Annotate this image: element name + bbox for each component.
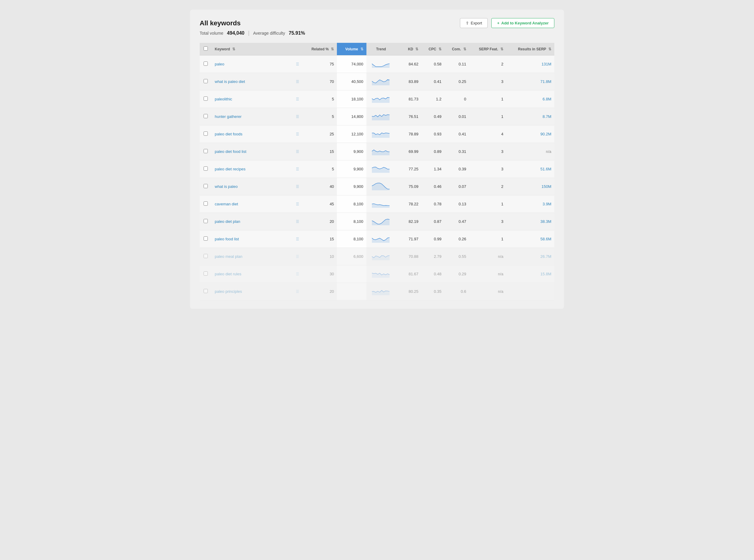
results-cell[interactable]: 15.8M (507, 265, 554, 283)
filter-icon[interactable]: ☰ (296, 62, 299, 66)
row-checkbox-cell[interactable] (200, 213, 212, 231)
row-checkbox-cell[interactable] (200, 195, 212, 213)
filter-icon[interactable]: ☰ (296, 220, 299, 224)
th-keyword[interactable]: Keyword ⇅ (212, 43, 302, 56)
results-cell[interactable]: 131M (507, 56, 554, 73)
row-checkbox-cell[interactable] (200, 125, 212, 143)
keyword-cell[interactable]: paleolithic ☰ (212, 91, 302, 108)
filter-icon[interactable]: ☰ (296, 272, 299, 276)
row-checkbox-cell[interactable] (200, 248, 212, 265)
keyword-link[interactable]: what is paleo diet (215, 79, 245, 84)
export-button[interactable]: ⇧ Export (460, 18, 488, 28)
results-cell[interactable]: 150M (507, 178, 554, 195)
th-checkbox[interactable] (200, 43, 212, 56)
row-checkbox-cell[interactable] (200, 265, 212, 283)
th-kd[interactable]: KD ⇅ (396, 43, 421, 56)
kd-cell: 78.22 (396, 195, 421, 213)
keyword-cell[interactable]: paleo food list ☰ (212, 231, 302, 248)
total-volume-value: 494,040 (227, 31, 244, 36)
keyword-cell[interactable]: paleo diet food list ☰ (212, 143, 302, 160)
results-cell[interactable]: 6.8M (507, 91, 554, 108)
row-checkbox-cell[interactable] (200, 91, 212, 108)
row-checkbox[interactable] (203, 201, 208, 206)
export-icon: ⇧ (466, 21, 469, 25)
keyword-link[interactable]: paleo diet plan (215, 219, 240, 224)
keyword-link[interactable]: paleo (215, 62, 224, 66)
select-all-checkbox[interactable] (203, 46, 208, 51)
keyword-cell[interactable]: paleo principles ☰ (212, 283, 302, 300)
keyword-link[interactable]: what is paleo (215, 184, 238, 189)
keyword-link[interactable]: caveman diet (215, 202, 238, 206)
row-checkbox[interactable] (203, 149, 208, 153)
row-checkbox-cell[interactable] (200, 73, 212, 91)
filter-icon[interactable]: ☰ (296, 184, 299, 189)
keyword-cell[interactable]: paleo diet recipes ☰ (212, 160, 302, 178)
row-checkbox[interactable] (203, 97, 208, 101)
row-checkbox[interactable] (203, 184, 208, 188)
keyword-link[interactable]: hunter gatherer (215, 114, 242, 119)
row-checkbox[interactable] (203, 114, 208, 118)
row-checkbox-cell[interactable] (200, 178, 212, 195)
filter-icon[interactable]: ☰ (296, 289, 299, 294)
stats-divider: | (248, 30, 250, 36)
keyword-cell[interactable]: paleo ☰ (212, 56, 302, 73)
keyword-link[interactable]: paleolithic (215, 97, 232, 101)
keyword-cell[interactable]: paleo diet foods ☰ (212, 125, 302, 143)
keyword-link[interactable]: paleo diet food list (215, 149, 246, 154)
row-checkbox[interactable] (203, 289, 208, 293)
keyword-link[interactable]: paleo diet recipes (215, 167, 245, 171)
row-checkbox[interactable] (203, 166, 208, 171)
add-to-keyword-analyzer-button[interactable]: + Add to Keyword Analyzer (491, 18, 554, 28)
row-checkbox-cell[interactable] (200, 231, 212, 248)
keyword-link[interactable]: paleo principles (215, 289, 242, 294)
keyword-cell[interactable]: what is paleo diet ☰ (212, 73, 302, 91)
results-cell[interactable]: 71.8M (507, 73, 554, 91)
row-checkbox[interactable] (203, 219, 208, 223)
keyword-link[interactable]: paleo meal plan (215, 254, 242, 259)
filter-icon[interactable]: ☰ (296, 149, 299, 154)
row-checkbox-cell[interactable] (200, 108, 212, 125)
filter-icon[interactable]: ☰ (296, 255, 299, 259)
row-checkbox-cell[interactable] (200, 160, 212, 178)
row-checkbox[interactable] (203, 254, 208, 258)
th-com[interactable]: Com. ⇅ (444, 43, 469, 56)
results-cell[interactable]: 58.6M (507, 231, 554, 248)
row-checkbox[interactable] (203, 132, 208, 136)
row-checkbox[interactable] (203, 61, 208, 66)
th-serp[interactable]: SERP Feat. ⇅ (469, 43, 507, 56)
keyword-cell[interactable]: paleo diet plan ☰ (212, 213, 302, 231)
keyword-cell[interactable]: paleo meal plan ☰ (212, 248, 302, 265)
row-checkbox[interactable] (203, 272, 208, 276)
results-cell[interactable]: 38.3M (507, 213, 554, 231)
th-cpc[interactable]: CPC ⇅ (421, 43, 444, 56)
th-trend[interactable]: Trend (366, 43, 396, 56)
keyword-cell[interactable]: paleo diet rules ☰ (212, 265, 302, 283)
keyword-cell[interactable]: caveman diet ☰ (212, 195, 302, 213)
keyword-link[interactable]: paleo diet foods (215, 132, 242, 136)
filter-icon[interactable]: ☰ (296, 202, 299, 206)
filter-icon[interactable]: ☰ (296, 132, 299, 136)
results-cell[interactable]: 51.6M (507, 160, 554, 178)
row-checkbox[interactable] (203, 79, 208, 83)
keyword-link[interactable]: paleo food list (215, 237, 239, 241)
results-cell[interactable]: 8.7M (507, 108, 554, 125)
keyword-link[interactable]: paleo diet rules (215, 272, 241, 276)
row-checkbox-cell[interactable] (200, 56, 212, 73)
th-volume[interactable]: Volume ⇅ (337, 43, 366, 56)
results-cell[interactable]: 90.2M (507, 125, 554, 143)
keyword-cell[interactable]: what is paleo ☰ (212, 178, 302, 195)
row-checkbox[interactable] (203, 236, 208, 241)
row-checkbox-cell[interactable] (200, 283, 212, 300)
filter-icon[interactable]: ☰ (296, 80, 299, 84)
th-results-in-serp[interactable]: Results in SERP ⇅ (507, 43, 554, 56)
filter-icon[interactable]: ☰ (296, 237, 299, 241)
th-related[interactable]: Related % ⇅ (302, 43, 337, 56)
row-checkbox-cell[interactable] (200, 143, 212, 160)
cpc-cell: 1.34 (421, 160, 444, 178)
results-cell[interactable]: 26.7M (507, 248, 554, 265)
filter-icon[interactable]: ☰ (296, 97, 299, 101)
filter-icon[interactable]: ☰ (296, 167, 299, 171)
keyword-cell[interactable]: hunter gatherer ☰ (212, 108, 302, 125)
results-cell[interactable]: 3.9M (507, 195, 554, 213)
filter-icon[interactable]: ☰ (296, 115, 299, 119)
